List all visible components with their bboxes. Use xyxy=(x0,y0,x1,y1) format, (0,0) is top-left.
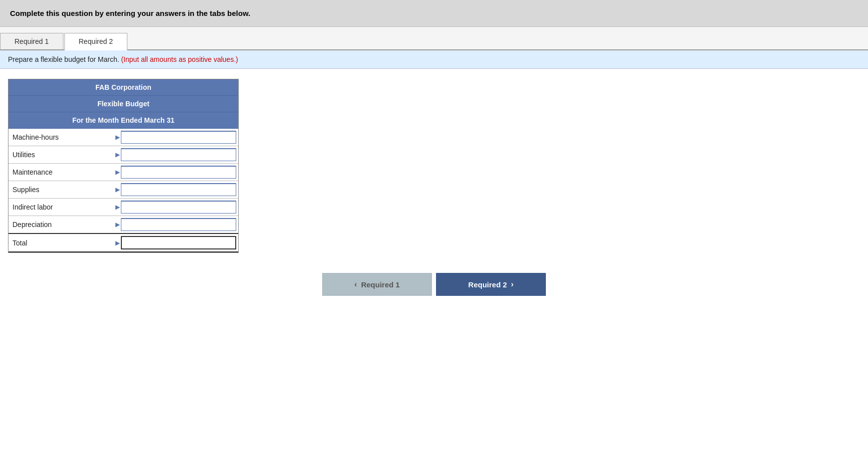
nav-buttons: ‹ Required 1 Required 2 › xyxy=(8,273,860,306)
budget-input-supplies[interactable] xyxy=(121,183,236,196)
instruction-highlight: (Input all amounts as positive values.) xyxy=(121,55,238,63)
budget-input-utilities[interactable] xyxy=(121,148,236,161)
instruction-text: Prepare a flexible budget for March. xyxy=(8,55,119,63)
tabs-container: Required 1 Required 2 xyxy=(0,27,868,50)
row-label: Depreciation xyxy=(8,216,113,234)
prev-chevron-icon: ‹ xyxy=(355,280,357,289)
instruction-bar: Prepare a flexible budget for March. (In… xyxy=(0,50,868,69)
input-arrow-icon: ▶ xyxy=(115,239,120,246)
table-row: Total▶ xyxy=(8,233,238,252)
input-arrow-icon: ▶ xyxy=(115,186,120,193)
tab-required1[interactable]: Required 1 xyxy=(0,33,63,49)
input-arrow-icon: ▶ xyxy=(115,169,120,176)
input-arrow-icon: ▶ xyxy=(115,151,120,158)
table-title1: FAB Corporation xyxy=(8,79,238,96)
tab-required2[interactable]: Required 2 xyxy=(64,33,128,50)
row-label: Supplies xyxy=(8,181,113,199)
budget-input-indirect-labor[interactable] xyxy=(121,201,236,214)
budget-input-total[interactable] xyxy=(121,236,236,249)
next-button[interactable]: Required 2 › xyxy=(436,273,546,296)
input-arrow-icon: ▶ xyxy=(115,221,120,228)
header-instruction: Complete this question by entering your … xyxy=(10,9,250,17)
table-row: Machine-hours▶ xyxy=(8,129,238,146)
input-arrow-icon: ▶ xyxy=(115,134,120,141)
budget-input-machine-hours[interactable] xyxy=(121,131,236,144)
table-title3: For the Month Ended March 31 xyxy=(8,112,238,129)
next-button-label: Required 2 xyxy=(468,280,507,289)
table-row: Indirect labor▶ xyxy=(8,199,238,216)
table-row: Maintenance▶ xyxy=(8,164,238,181)
next-chevron-icon: › xyxy=(511,280,513,289)
table-row: Depreciation▶ xyxy=(8,216,238,234)
table-row: Utilities▶ xyxy=(8,146,238,164)
row-label: Total xyxy=(8,233,113,252)
input-arrow-icon: ▶ xyxy=(115,204,120,211)
header-banner: Complete this question by entering your … xyxy=(0,0,868,27)
main-content: FAB Corporation Flexible Budget For the … xyxy=(0,69,868,316)
budget-input-depreciation[interactable] xyxy=(121,218,236,231)
prev-button[interactable]: ‹ Required 1 xyxy=(322,273,432,296)
row-label: Maintenance xyxy=(8,164,113,181)
budget-input-maintenance[interactable] xyxy=(121,166,236,179)
prev-button-label: Required 1 xyxy=(361,280,400,289)
row-label: Utilities xyxy=(8,146,113,164)
table-title2: Flexible Budget xyxy=(8,96,238,112)
table-row: Supplies▶ xyxy=(8,181,238,199)
budget-table: Machine-hours▶Utilities▶Maintenance▶Supp… xyxy=(8,129,238,252)
row-label: Machine-hours xyxy=(8,129,113,146)
budget-table-wrapper: FAB Corporation Flexible Budget For the … xyxy=(8,79,239,253)
row-label: Indirect labor xyxy=(8,199,113,216)
